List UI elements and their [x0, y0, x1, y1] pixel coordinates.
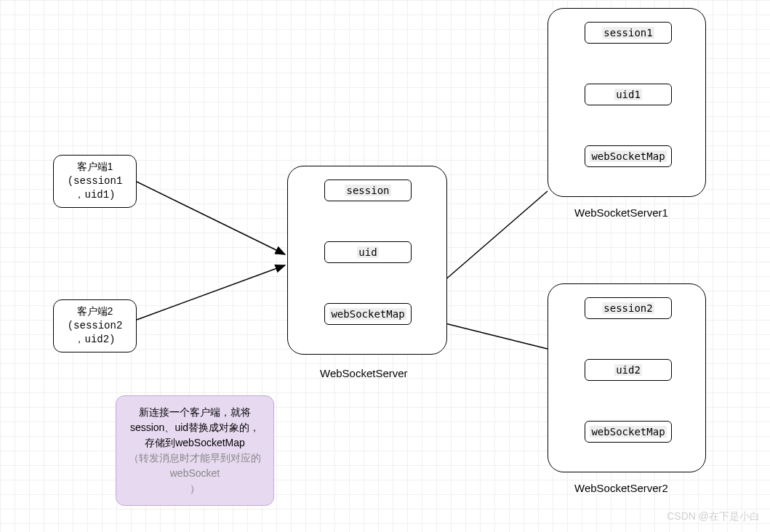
- center-uid-label: uid: [357, 246, 378, 258]
- note-line6: ）: [124, 481, 266, 496]
- server2-websocketmap-label: webSocketMap: [590, 426, 666, 438]
- note-line2: session、uid替换成对象的，: [124, 420, 266, 435]
- client1-line2: ，uid1): [61, 188, 129, 203]
- watermark: CSDN @在下是小白: [667, 510, 760, 523]
- client2-line1: (session2: [61, 319, 129, 334]
- server2-websocketmap-box: webSocketMap: [585, 421, 672, 443]
- server1-uid-box: uid1: [585, 84, 672, 105]
- note-line3: 存储到webSocketMap: [124, 435, 266, 451]
- note-line1: 新连接一个客户端，就将: [124, 405, 266, 420]
- server1-session-label: session1: [602, 27, 654, 39]
- client1-title: 客户端1: [61, 160, 129, 174]
- server2-session-box: session2: [585, 297, 672, 319]
- websocketserver1-container: session1 uid1 webSocketMap: [548, 8, 706, 197]
- server2-uid-box: uid2: [585, 359, 672, 381]
- server2-session-label: session2: [602, 302, 654, 314]
- server1-uid-label: uid1: [614, 89, 642, 100]
- client2-title: 客户端2: [61, 305, 129, 319]
- note-box: 新连接一个客户端，就将 session、uid替换成对象的， 存储到webSoc…: [116, 395, 274, 506]
- server1-session-box: session1: [585, 22, 672, 44]
- websocketserver-container: session uid webSocketMap: [287, 166, 447, 355]
- client1-node: 客户端1 (session1 ，uid1): [53, 155, 137, 208]
- server1-websocketmap-label: webSocketMap: [590, 150, 666, 162]
- center-session-box: session: [324, 180, 412, 201]
- note-line5: webSocket: [124, 466, 266, 481]
- center-websocketmap-label: webSocketMap: [329, 308, 406, 320]
- center-session-label: session: [345, 185, 390, 196]
- websocketserver2-label: WebSocketServer2: [574, 482, 668, 494]
- client2-node: 客户端2 (session2 ，uid2): [53, 299, 137, 352]
- note-line4: （转发消息时才能早到对应的: [124, 451, 266, 466]
- center-websocketmap-box: webSocketMap: [324, 303, 412, 325]
- client1-line1: (session1: [61, 174, 129, 189]
- server1-websocketmap-box: webSocketMap: [585, 145, 672, 167]
- server2-uid-label: uid2: [614, 364, 642, 376]
- websocketserver1-label: WebSocketServer1: [574, 206, 668, 219]
- center-uid-box: uid: [324, 241, 412, 263]
- websocketserver2-container: session2 uid2 webSocketMap: [548, 283, 706, 472]
- client2-line2: ，uid2): [61, 333, 129, 347]
- websocketserver-label: WebSocketServer: [320, 367, 408, 379]
